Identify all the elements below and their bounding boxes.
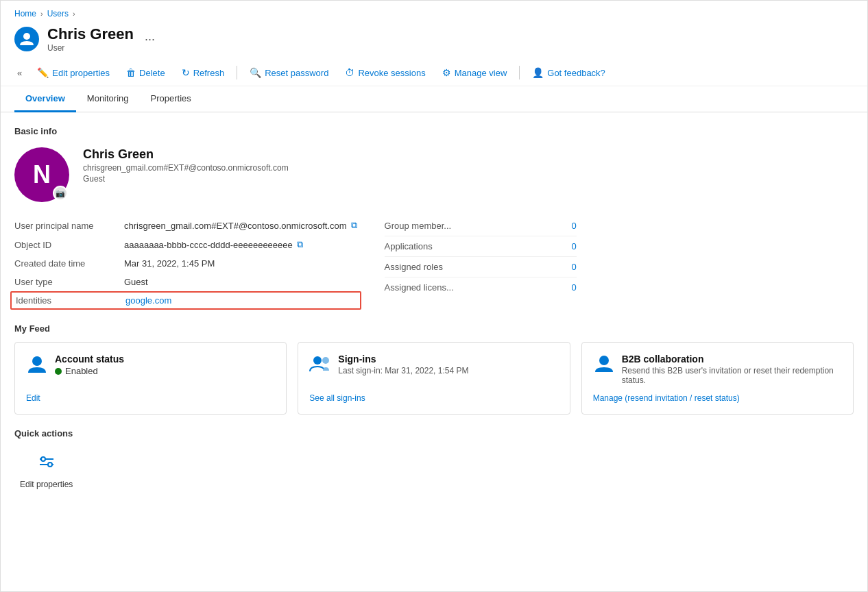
tab-overview[interactable]: Overview [14,86,76,112]
assigned-roles-value[interactable]: 0 [571,262,576,272]
usertype-label: User type [14,277,124,287]
identities-value: google.com [125,295,171,306]
user-name: Chris Green [83,147,854,162]
objectid-label: Object ID [14,240,124,250]
page-subtitle: User [47,43,134,53]
content-area: Basic info N 📷 Chris Green chrisgreen_gm… [1,112,867,508]
tabs: Overview Monitoring Properties [1,86,867,112]
quick-edit-label: Edit properties [20,480,73,489]
b2b-manage-link[interactable]: Manage (resend invitation / reset status… [593,391,842,403]
reset-password-button[interactable]: 🔍 Reset password [243,64,335,82]
reset-password-icon: 🔍 [250,67,261,78]
tab-properties[interactable]: Properties [140,86,202,112]
created-value: Mar 31, 2022, 1:45 PM [124,258,215,269]
toolbar-separator-2 [519,66,520,79]
avatar-block: N 📷 [14,147,69,202]
breadcrumb-users[interactable]: Users [47,9,69,18]
stats-block: Group member... 0 Applications 0 Assigne… [385,216,854,310]
svg-point-0 [23,33,30,40]
info-row-upn: User principal name chrisgreen_gmail.com… [14,216,357,235]
change-photo-button[interactable]: 📷 [53,186,68,201]
breadcrumb-sep2: › [73,10,75,18]
stat-assigned-roles: Assigned roles 0 [385,257,577,278]
tab-monitoring[interactable]: Monitoring [76,86,140,112]
sign-ins-header: Sign-ins Last sign-in: Mar 31, 2022, 1:5… [309,354,558,375]
feedback-icon: 👤 [532,67,544,78]
svg-point-4 [599,356,609,365]
account-status-info: Account status Enabled [55,354,124,376]
b2b-header: B2B collaboration Resend this B2B user's… [593,354,842,385]
group-members-value[interactable]: 0 [571,221,576,231]
assigned-roles-label: Assigned roles [385,262,443,272]
b2b-info: B2B collaboration Resend this B2B user's… [622,354,842,385]
account-status-title: Account status [55,354,124,365]
identities-link[interactable]: google.com [125,295,171,306]
svg-point-3 [322,357,329,364]
applications-value[interactable]: 0 [571,241,576,251]
delete-icon: 🗑 [126,67,136,78]
quick-edit-icon [37,452,56,476]
basic-info-section: N 📷 Chris Green chrisgreen_gmail.com#EXT… [14,147,854,202]
quick-edit-properties[interactable]: Edit properties [14,447,78,495]
info-row-objectid: Object ID aaaaaaaa-bbbb-cccc-dddd-eeeeee… [14,235,357,254]
info-table: User principal name chrisgreen_gmail.com… [14,216,357,310]
manage-view-button[interactable]: ⚙ Manage view [435,64,514,82]
status-enabled-dot [55,368,62,375]
revoke-icon: ⏱ [345,67,354,78]
account-status-edit-link[interactable]: Edit [26,391,275,403]
user-type-label: Guest [83,174,854,184]
breadcrumb-sep1: › [40,10,43,18]
refresh-icon: ↻ [182,67,190,78]
svg-point-2 [313,356,322,365]
copy-upn-icon[interactable]: ⧉ [351,220,357,231]
breadcrumb: Home › Users › [1,1,867,23]
upn-value: chrisgreen_gmail.com#EXT#@contoso.onmicr… [124,220,357,231]
breadcrumb-home[interactable]: Home [14,9,36,18]
info-section: User principal name chrisgreen_gmail.com… [14,216,854,310]
svg-point-1 [32,356,42,366]
header-avatar [14,27,39,51]
revoke-sessions-button[interactable]: ⏱ Revoke sessions [338,64,432,82]
b2b-collab-card: B2B collaboration Resend this B2B user's… [581,342,854,415]
refresh-button[interactable]: ↻ Refresh [175,64,232,82]
upn-label: User principal name [14,221,124,231]
usertype-value: Guest [124,277,148,287]
edit-properties-button[interactable]: ✏️ Edit properties [30,64,117,82]
copy-objectid-icon[interactable]: ⧉ [297,239,303,250]
header-title-block: Chris Green User [47,25,134,53]
account-status-icon [26,354,48,375]
account-status-enabled: Enabled [55,366,124,376]
group-members-label: Group member... [385,221,452,231]
status-enabled-text: Enabled [65,366,98,376]
info-row-identities: Identities google.com [10,291,361,310]
collapse-icon[interactable]: « [14,65,25,81]
delete-button[interactable]: 🗑 Delete [119,64,172,82]
assigned-licenses-value[interactable]: 0 [571,282,576,293]
more-options-icon[interactable]: ··· [145,32,155,47]
user-details: Chris Green chrisgreen_gmail.com#EXT#@co… [83,147,854,202]
applications-label: Applications [385,241,433,251]
user-email: chrisgreen_gmail.com#EXT#@contoso.onmicr… [83,163,854,173]
edit-icon: ✏️ [37,67,49,78]
toolbar-separator-1 [237,66,237,79]
assigned-licenses-label: Assigned licens... [385,282,454,293]
page-header: Chris Green User ··· [1,23,867,60]
got-feedback-button[interactable]: 👤 Got feedback? [525,64,612,82]
stat-group-members: Group member... 0 [385,216,577,236]
sign-ins-card: Sign-ins Last sign-in: Mar 31, 2022, 1:5… [298,342,570,415]
quick-actions-title: Quick actions [14,428,854,439]
sign-ins-title: Sign-ins [338,354,468,365]
svg-point-8 [48,463,52,467]
sign-ins-info: Sign-ins Last sign-in: Mar 31, 2022, 1:5… [338,354,468,375]
b2b-title: B2B collaboration [622,354,842,365]
feed-cards: Account status Enabled Edit [14,342,854,415]
avatar-letter: N [33,160,51,189]
sign-ins-icon [309,354,331,375]
created-label: Created date time [14,258,124,269]
see-all-sign-ins-link[interactable]: See all sign-ins [309,391,558,403]
page-title: Chris Green [47,25,134,43]
stat-applications: Applications 0 [385,236,577,257]
info-row-created: Created date time Mar 31, 2022, 1:45 PM [14,254,357,273]
quick-actions-area: Edit properties [14,447,854,495]
svg-point-6 [41,457,45,461]
